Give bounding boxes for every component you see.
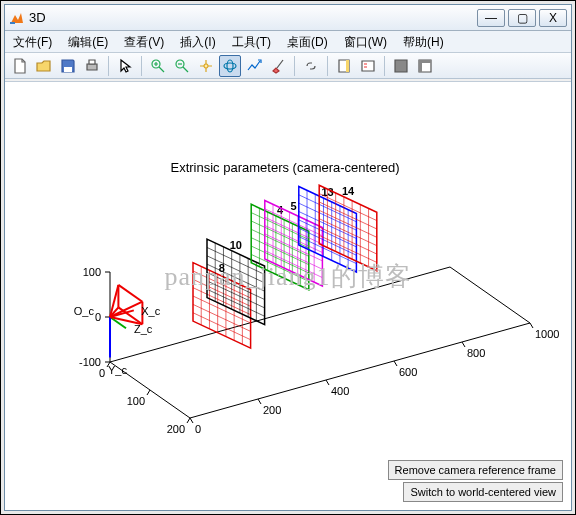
svg-text:800: 800 xyxy=(467,347,485,359)
svg-line-2 xyxy=(110,267,450,362)
menu-item-0[interactable]: 文件(F) xyxy=(5,31,60,53)
insert-colorbar-icon[interactable] xyxy=(333,55,355,77)
svg-text:0: 0 xyxy=(195,423,201,435)
svg-text:200: 200 xyxy=(167,423,185,435)
svg-line-4 xyxy=(450,267,530,323)
svg-text:100: 100 xyxy=(83,266,101,278)
svg-line-48 xyxy=(193,271,251,298)
new-file-icon[interactable] xyxy=(9,55,31,77)
overlay-buttons: Remove camera reference frame Switch to … xyxy=(388,460,563,502)
svg-text:600: 600 xyxy=(399,366,417,378)
data-cursor-icon[interactable] xyxy=(243,55,265,77)
svg-text:0: 0 xyxy=(95,311,101,323)
zoom-out-icon[interactable] xyxy=(171,55,193,77)
svg-text:400: 400 xyxy=(331,385,349,397)
svg-line-52 xyxy=(193,288,251,315)
svg-line-78 xyxy=(251,229,309,256)
svg-line-12 xyxy=(326,380,329,385)
svg-line-58 xyxy=(193,313,251,340)
svg-line-63 xyxy=(207,256,265,283)
svg-line-14 xyxy=(394,361,397,366)
svg-text:O_c: O_c xyxy=(74,305,95,317)
svg-line-10 xyxy=(258,399,261,404)
menu-item-1[interactable]: 编辑(E) xyxy=(60,31,116,53)
maximize-button[interactable]: ▢ xyxy=(508,9,536,27)
svg-line-67 xyxy=(207,273,265,300)
print-icon[interactable] xyxy=(81,55,103,77)
svg-line-56 xyxy=(193,304,251,331)
minimize-button[interactable]: — xyxy=(477,9,505,27)
link-icon[interactable] xyxy=(300,55,322,77)
menu-item-2[interactable]: 查看(V) xyxy=(116,31,172,53)
svg-line-39 xyxy=(118,285,142,302)
svg-line-76 xyxy=(251,221,309,248)
svg-line-71 xyxy=(207,289,265,316)
svg-line-65 xyxy=(207,264,265,291)
svg-line-93 xyxy=(265,234,323,261)
window-title: 3D xyxy=(29,10,477,25)
toolbar-separator xyxy=(327,56,328,76)
axes-3d[interactable]: Extrinsic parameters (camera-centered)02… xyxy=(5,82,565,482)
menu-item-5[interactable]: 桌面(D) xyxy=(279,31,336,53)
svg-line-16 xyxy=(462,342,465,347)
zoom-in-icon[interactable] xyxy=(147,55,169,77)
svg-line-87 xyxy=(265,209,323,236)
pan-icon[interactable] xyxy=(195,55,217,77)
svg-line-50 xyxy=(193,279,251,306)
menu-item-4[interactable]: 工具(T) xyxy=(224,31,279,53)
svg-text:200: 200 xyxy=(263,404,281,416)
svg-text:-100: -100 xyxy=(79,356,101,368)
toolbar-separator xyxy=(141,56,142,76)
axes-area[interactable]: panpan_jiang1的博客 Extrinsic parameters (c… xyxy=(5,81,571,510)
menu-item-3[interactable]: 插入(I) xyxy=(172,31,223,53)
svg-line-84 xyxy=(251,254,309,281)
svg-text:100: 100 xyxy=(127,395,145,407)
open-file-icon[interactable] xyxy=(33,55,55,77)
svg-line-5 xyxy=(190,323,530,418)
svg-line-18 xyxy=(530,323,533,328)
svg-text:10: 10 xyxy=(230,239,242,251)
svg-line-22 xyxy=(147,390,150,395)
svg-line-61 xyxy=(207,247,265,274)
hide-plot-tools-icon[interactable] xyxy=(390,55,412,77)
svg-line-91 xyxy=(265,226,323,253)
show-plot-tools-icon[interactable] xyxy=(414,55,436,77)
svg-line-80 xyxy=(251,238,309,265)
close-button[interactable]: X xyxy=(539,9,567,27)
svg-rect-0 xyxy=(10,22,15,24)
window-controls: — ▢ X xyxy=(477,9,567,27)
svg-line-69 xyxy=(207,281,265,308)
toolbar xyxy=(5,53,571,79)
svg-line-82 xyxy=(251,246,309,273)
matlab-icon xyxy=(9,10,25,26)
toolbar-separator xyxy=(108,56,109,76)
svg-line-24 xyxy=(187,418,190,423)
menu-item-7[interactable]: 帮助(H) xyxy=(395,31,452,53)
svg-text:X_c: X_c xyxy=(141,305,160,317)
toolbar-separator xyxy=(294,56,295,76)
save-icon[interactable] xyxy=(57,55,79,77)
title-bar[interactable]: 3D — ▢ X xyxy=(5,5,571,31)
rotate-3d-icon[interactable] xyxy=(219,55,241,77)
svg-text:1000: 1000 xyxy=(535,328,559,340)
svg-line-54 xyxy=(193,296,251,323)
brush-icon[interactable] xyxy=(267,55,289,77)
remove-camera-frame-button[interactable]: Remove camera reference frame xyxy=(388,460,563,480)
svg-line-8 xyxy=(190,418,193,423)
svg-text:Y_c: Y_c xyxy=(108,364,127,376)
figure-window: 3D — ▢ X 文件(F)编辑(E)查看(V)插入(I)工具(T)桌面(D)窗… xyxy=(4,4,572,511)
svg-text:Z_c: Z_c xyxy=(134,323,153,335)
svg-line-89 xyxy=(265,217,323,244)
switch-view-button[interactable]: Switch to world-centered view xyxy=(403,482,563,502)
pointer-icon[interactable] xyxy=(114,55,136,77)
svg-text:Extrinsic parameters (camera-c: Extrinsic parameters (camera-centered) xyxy=(170,160,399,175)
svg-text:14: 14 xyxy=(342,185,355,197)
menu-item-6[interactable]: 窗口(W) xyxy=(336,31,395,53)
toolbar-separator xyxy=(384,56,385,76)
insert-legend-icon[interactable] xyxy=(357,55,379,77)
svg-text:5: 5 xyxy=(291,200,297,212)
menu-bar: 文件(F)编辑(E)查看(V)插入(I)工具(T)桌面(D)窗口(W)帮助(H) xyxy=(5,31,571,53)
svg-line-95 xyxy=(265,242,323,269)
figure-window-outer: 3D — ▢ X 文件(F)编辑(E)查看(V)插入(I)工具(T)桌面(D)窗… xyxy=(0,0,576,515)
svg-text:0: 0 xyxy=(99,367,105,379)
